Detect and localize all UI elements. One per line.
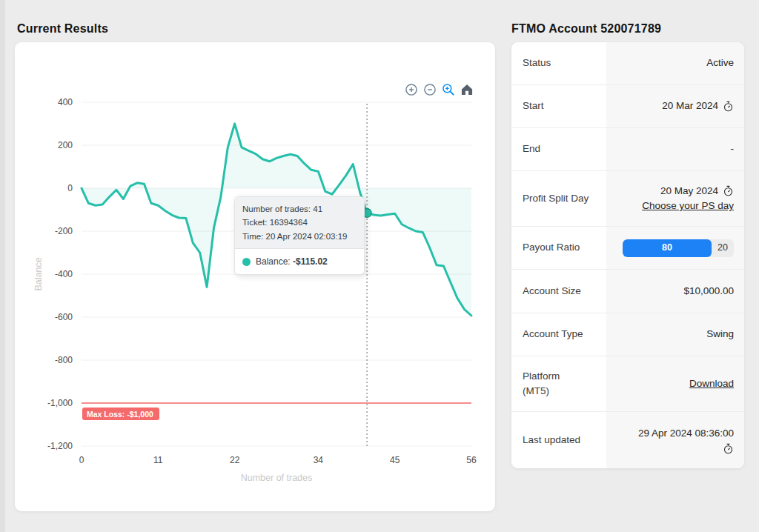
y-tick-label: 0 — [67, 183, 73, 193]
tooltip-line-time: Time: 20 Apr 2024 02:03:19 — [242, 230, 357, 243]
chart-toolbar — [404, 82, 474, 97]
y-axis-title: Balance — [33, 257, 44, 290]
x-tick-label: 56 — [466, 455, 477, 465]
choose-ps-day-link[interactable]: Choose your PS day — [642, 199, 734, 213]
x-tick-label: 11 — [153, 455, 163, 465]
x-tick-label: 34 — [314, 455, 324, 465]
zoom-in-icon[interactable] — [404, 82, 419, 97]
row-label: Platform — [523, 369, 606, 384]
row-label: Start — [523, 99, 606, 113]
tooltip-body: Balance: -$115.02 — [235, 249, 364, 274]
max-loss-label: Max Loss: -$1,000 — [87, 410, 153, 419]
y-tick-label: 200 — [58, 140, 73, 150]
chart-tooltip: Number of trades: 41 Ticket: 16394364 Ti… — [234, 196, 365, 275]
left-edge-shade — [0, 0, 5, 532]
y-tick-label: -1,200 — [47, 441, 73, 451]
payout-ratio-bar: 80 20 — [623, 239, 734, 257]
clock-icon — [723, 101, 734, 112]
account-size-value: $10,000.00 — [683, 284, 734, 299]
page: { "page": { "background": "#ececec" }, "… — [0, 0, 759, 532]
y-tick-label: 400 — [58, 97, 73, 107]
table-row-account-size: Account Size $10,000.00 — [511, 270, 744, 313]
y-tick-label: -800 — [55, 355, 73, 365]
home-reset-icon[interactable] — [460, 82, 474, 97]
start-date-value: 20 Mar 2024 — [662, 99, 718, 113]
tooltip-balance-label: Balance: — [256, 256, 291, 267]
y-tick-label: -600 — [55, 312, 73, 322]
x-axis-title: Number of trades — [241, 473, 313, 483]
end-date-value: - — [731, 142, 735, 156]
selection-zoom-icon[interactable] — [441, 82, 456, 97]
tooltip-header: Number of trades: 41 Ticket: 16394364 Ti… — [235, 197, 364, 249]
tooltip-line-trades: Number of trades: 41 — [242, 202, 357, 216]
download-link[interactable]: Download — [689, 376, 734, 391]
payout-ratio-ftmo-segment: 20 — [712, 241, 734, 255]
tooltip-balance: Balance: -$115.02 — [256, 256, 328, 267]
row-label: Payout Ratio — [523, 240, 606, 255]
current-results-title: Current Results — [17, 22, 108, 36]
account-type-value: Swing — [706, 327, 734, 342]
ps-day-value: 20 May 2024 — [660, 184, 718, 199]
row-label-line2: (MT5) — [523, 384, 606, 399]
series-marker-dot — [242, 258, 251, 266]
table-row-last-updated: Last updated 29 Apr 2024 08:36:00 — [511, 412, 744, 468]
clock-icon — [723, 443, 734, 454]
row-label: Account Size — [523, 284, 606, 299]
row-label: Status — [523, 56, 606, 70]
x-tick-label: 0 — [79, 455, 84, 465]
status-value: Active — [706, 56, 734, 70]
y-tick-label: -1,000 — [47, 398, 73, 408]
y-tick-label: -400 — [55, 269, 73, 279]
balance-chart-svg: 4002000-200-400-600-800-1,000-1,20001122… — [15, 42, 495, 511]
clock-icon — [723, 185, 734, 196]
y-tick-label: -200 — [55, 226, 73, 236]
table-row-start: Start 20 Mar 2024 — [511, 85, 744, 128]
x-tick-label: 45 — [390, 455, 400, 465]
table-row-end: End - — [511, 128, 744, 171]
payout-ratio-trader-segment: 80 — [623, 239, 712, 257]
row-label: End — [523, 142, 606, 156]
table-row-account-type: Account Type Swing — [511, 313, 744, 356]
zoom-out-icon[interactable] — [422, 82, 437, 97]
row-label: Last updated — [523, 433, 606, 448]
tooltip-line-ticket: Ticket: 16394364 — [242, 216, 357, 229]
row-label: Account Type — [523, 327, 606, 342]
table-row-status: Status Active — [511, 42, 744, 85]
row-label: Profit Split Day — [523, 191, 606, 206]
account-info-card: Status Active Start 20 Mar 2024 End - Pr… — [511, 42, 744, 468]
current-results-card: 4002000-200-400-600-800-1,000-1,20001122… — [15, 42, 495, 511]
tooltip-balance-value: -$115.02 — [293, 256, 328, 267]
account-title: FTMO Account 520071789 — [511, 22, 661, 36]
table-row-platform: Platform (MT5) Download — [511, 356, 744, 412]
table-row-payout-ratio: Payout Ratio 80 20 — [511, 227, 744, 270]
table-row-profit-split-day: Profit Split Day 20 May 2024 Choose your… — [511, 171, 744, 227]
last-updated-value: 29 Apr 2024 08:36:00 — [638, 426, 734, 441]
x-tick-label: 22 — [230, 455, 240, 465]
